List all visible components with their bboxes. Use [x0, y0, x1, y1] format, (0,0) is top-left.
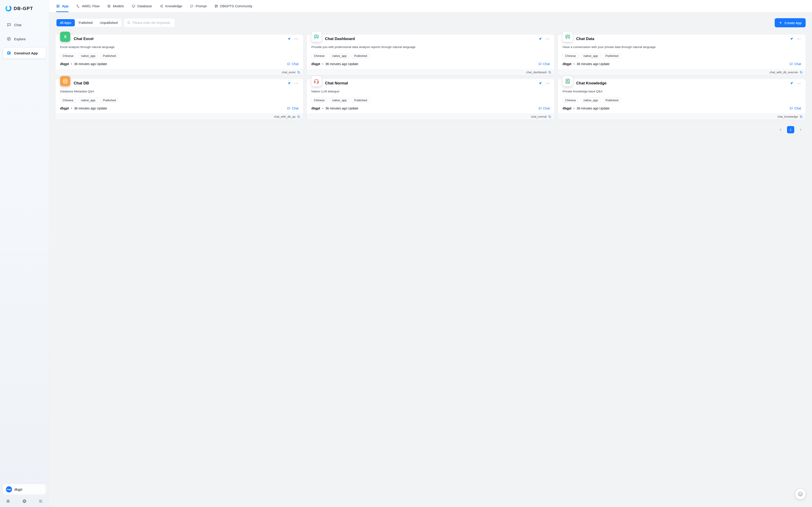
copy-icon[interactable]: [548, 115, 551, 118]
prompt-icon: [190, 4, 194, 8]
chat-link-label: Chat: [543, 107, 550, 110]
more-options-icon[interactable]: ⋯: [797, 81, 801, 85]
pagination-page-1[interactable]: 1: [787, 126, 794, 133]
share-app-icon[interactable]: [539, 81, 542, 85]
more-options-icon[interactable]: ⋯: [546, 37, 550, 41]
tag-language: Chinese: [562, 53, 578, 58]
database-icon: [132, 4, 135, 8]
tab-dbgpts-community[interactable]: DBGPTS Community: [211, 0, 256, 12]
language-globe-icon[interactable]: [22, 499, 26, 503]
sidebar-item-label: Explore: [14, 37, 26, 41]
filter-tab-unpublished[interactable]: Unpublished: [97, 19, 121, 26]
pagination-next[interactable]: [797, 126, 804, 133]
tab-database[interactable]: Database: [128, 0, 155, 12]
dashboard-icon: [311, 32, 322, 42]
app-owner: dbgpt: [562, 107, 571, 110]
tab-label: Models: [113, 4, 124, 8]
chat-bubble-icon: [790, 107, 793, 110]
app-owner: dbgpt: [60, 62, 69, 66]
copy-icon[interactable]: [548, 71, 551, 74]
feedback-smiley-button[interactable]: [795, 489, 806, 499]
chat-link-label: Chat: [543, 62, 550, 66]
sidebar-nav: Chat Explore C: [3, 19, 46, 62]
share-app-icon[interactable]: [287, 37, 291, 41]
tab-models[interactable]: Models: [104, 0, 127, 12]
tab-label: Prompt: [196, 4, 206, 8]
sidebar-item-construct-app[interactable]: Construct App: [3, 48, 46, 58]
tab-prompt[interactable]: Prompt: [187, 0, 210, 12]
app-card-chat-knowledge[interactable]: Chat Knowledge ⋯ Private knowledge base …: [558, 79, 806, 120]
main-content: All Apps Published Unpublished Cr: [49, 12, 812, 507]
user-profile[interactable]: dbgpt dbgpt: [3, 484, 46, 495]
chat-link[interactable]: Chat: [539, 107, 550, 110]
sidebar-footer-icons: [3, 495, 46, 504]
app-card-chat-dashboard[interactable]: Chat Dashboard ⋯ Provide you with profes…: [307, 35, 555, 75]
more-options-icon[interactable]: ⋯: [546, 81, 550, 85]
share-app-icon[interactable]: [539, 37, 542, 41]
app-card-title: Chat Normal: [325, 81, 535, 86]
tag-status: Published: [603, 98, 621, 103]
pagination-prev[interactable]: [777, 126, 784, 133]
app-card-description: Excel analysis through natural language: [60, 45, 299, 49]
chat-bubble-icon: [790, 62, 793, 66]
tab-app[interactable]: App: [53, 0, 72, 12]
search-input[interactable]: [133, 21, 172, 24]
copy-icon[interactable]: [297, 115, 300, 118]
collapse-menu-icon[interactable]: [39, 499, 43, 503]
tag-type: native_app: [78, 98, 98, 103]
meta-separator: •: [71, 62, 72, 66]
tag-type: native_app: [581, 53, 601, 58]
app-card-description: Have a conversation with your private da…: [562, 45, 801, 49]
tab-knowledge[interactable]: Knowledge: [156, 0, 186, 12]
dbgpt-logo-icon: [5, 5, 12, 12]
create-app-button[interactable]: Create App: [775, 18, 806, 27]
filter-tab-published[interactable]: Published: [75, 19, 96, 26]
meta-separator: •: [322, 62, 323, 66]
filter-tab-all-apps[interactable]: All Apps: [56, 19, 75, 26]
more-options-icon[interactable]: ⋯: [797, 37, 801, 41]
tab-awel-flow[interactable]: AWEL Flow: [73, 0, 103, 12]
db-icon: [60, 76, 70, 86]
app-card-chat-normal[interactable]: Chat Normal ⋯ Native LLM dialogue Chines…: [307, 79, 555, 120]
more-options-icon[interactable]: ⋯: [294, 81, 299, 85]
chat-link[interactable]: Chat: [790, 62, 801, 66]
knowledge-icon: [160, 4, 163, 8]
user-avatar: dbgpt: [6, 486, 12, 493]
app-code: chat_with_db_qa: [274, 115, 296, 118]
copy-icon[interactable]: [800, 71, 803, 74]
app-card-grid: X Chat Excel ⋯ Excel analysis through na…: [56, 35, 806, 120]
tab-label: App: [62, 4, 68, 8]
copy-icon[interactable]: [297, 71, 300, 74]
share-app-icon[interactable]: [790, 37, 794, 41]
explore-icon: [7, 37, 11, 41]
knowledge-book-icon: [562, 76, 573, 86]
models-icon: [107, 4, 111, 8]
chat-link[interactable]: Chat: [287, 107, 299, 110]
chat-link[interactable]: Chat: [287, 62, 299, 66]
meta-separator: •: [71, 107, 72, 110]
search-box: [124, 18, 175, 27]
meta-separator: •: [573, 107, 574, 110]
sidebar-item-chat[interactable]: Chat: [3, 19, 46, 30]
sidebar-item-explore[interactable]: Explore: [3, 34, 46, 44]
chat-link[interactable]: Chat: [539, 62, 550, 66]
app-card-title: Chat DB: [74, 81, 284, 86]
app-card-chat-data[interactable]: Chat Data ⋯ Have a conversation with you…: [558, 35, 806, 75]
share-app-icon[interactable]: [287, 81, 291, 85]
app-updated-time: 36 minutes ago Update: [577, 107, 610, 110]
theme-toggle-icon[interactable]: [6, 499, 10, 503]
tag-type: native_app: [329, 98, 349, 103]
share-app-icon[interactable]: [790, 81, 794, 85]
app-updated-time: 36 minutes ago Update: [577, 62, 610, 66]
tab-label: DBGPTS Community: [220, 4, 252, 8]
app-card-description: Native LLM dialogue: [311, 90, 550, 94]
app-card-chat-excel[interactable]: X Chat Excel ⋯ Excel analysis through na…: [56, 35, 303, 75]
copy-icon[interactable]: [800, 115, 803, 118]
dbgpt-logo: DB-GPT: [3, 4, 46, 13]
more-options-icon[interactable]: ⋯: [294, 37, 299, 41]
tag-language: Chinese: [562, 98, 578, 103]
chat-link[interactable]: Chat: [790, 107, 801, 110]
app-card-chat-db[interactable]: Chat DB ⋯ Database Metadata Q&A Chinese …: [56, 79, 303, 120]
chat-link-label: Chat: [292, 62, 299, 66]
create-app-label: Create App: [785, 21, 802, 25]
